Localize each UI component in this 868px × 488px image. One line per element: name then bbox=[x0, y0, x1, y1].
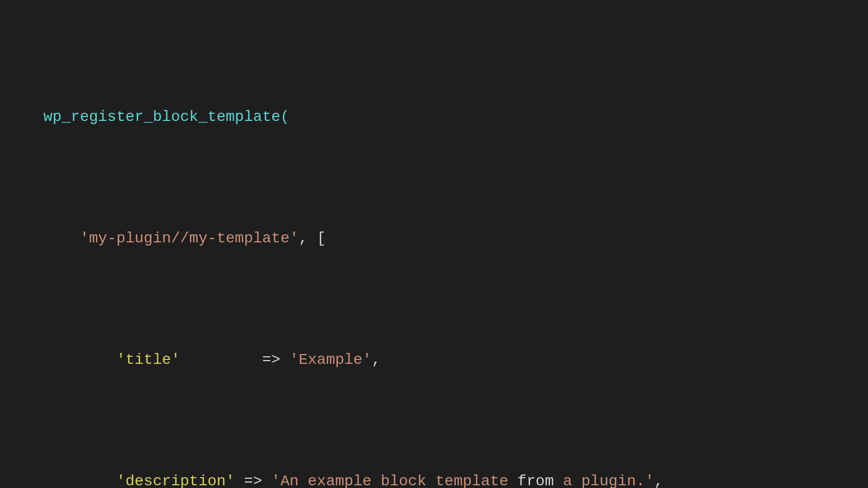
code-text: => bbox=[235, 473, 271, 488]
code-text bbox=[43, 230, 80, 247]
code-line-2: 'my-plugin//my-template', [ bbox=[43, 227, 800, 251]
code-line-1: wp_register_block_template( bbox=[43, 105, 800, 130]
code-text: , [ bbox=[298, 230, 326, 247]
code-text: => bbox=[180, 351, 290, 368]
key-title: 'title' bbox=[116, 351, 180, 368]
key-description: 'description' bbox=[116, 473, 234, 488]
code-text bbox=[43, 351, 116, 368]
code-line-3: 'title' => 'Example', bbox=[43, 348, 800, 373]
string-value: 'Example' bbox=[290, 351, 372, 368]
code-text bbox=[43, 473, 116, 488]
function-name: wp_register_block_template( bbox=[43, 108, 290, 125]
string-value: 'my-plugin//my-template' bbox=[80, 230, 298, 247]
code-line-4: 'description' => 'An example block templ… bbox=[43, 470, 800, 488]
code-block: wp_register_block_template( 'my-plugin//… bbox=[0, 0, 844, 488]
code-text: , bbox=[372, 351, 381, 368]
string-value: 'An example block template from a plugin… bbox=[271, 473, 654, 488]
code-text: , bbox=[654, 473, 663, 488]
